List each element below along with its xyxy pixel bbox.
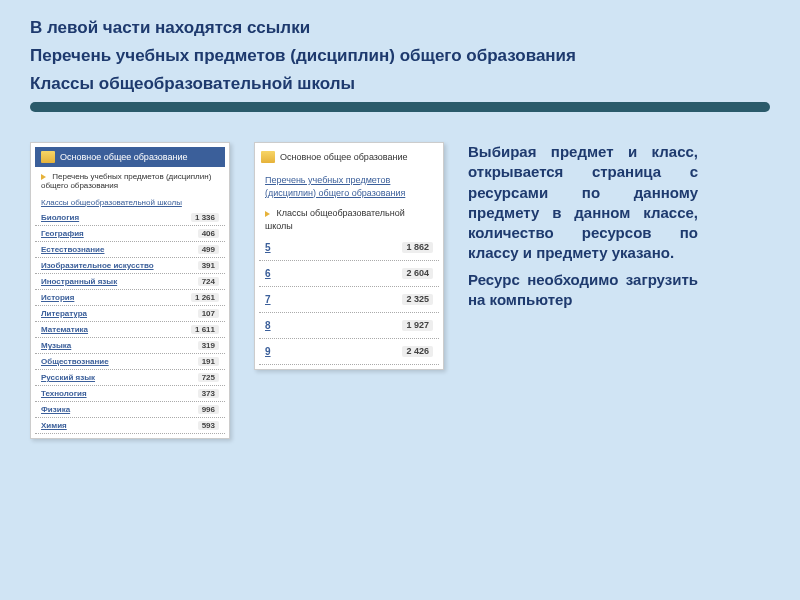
panel-sub-2[interactable]: Классы общеобразовательной школы [35, 193, 225, 210]
class-count: 2 325 [402, 294, 433, 305]
panel-header: Основное общее образование [35, 147, 225, 167]
subject-count: 107 [198, 309, 219, 318]
subject-name: Музыка [41, 341, 71, 350]
content-row: Основное общее образование Перечень учеб… [30, 142, 770, 439]
heading-line-2: Перечень учебных предметов (дисциплин) о… [30, 46, 770, 66]
subject-count: 1 611 [191, 325, 219, 334]
heading-line-1: В левой части находятся ссылки [30, 18, 770, 38]
subject-name: Иностранный язык [41, 277, 117, 286]
panel-title: Основное общее образование [280, 152, 408, 162]
subject-row[interactable]: История1 261 [35, 290, 225, 306]
class-row[interactable]: 92 426 [259, 339, 439, 365]
classes-panel: Основное общее образование Перечень учеб… [254, 142, 444, 370]
subject-row[interactable]: Математика1 611 [35, 322, 225, 338]
panel-title: Основное общее образование [60, 152, 188, 162]
class-count: 2 426 [402, 346, 433, 357]
subject-count: 499 [198, 245, 219, 254]
subject-row[interactable]: Технология373 [35, 386, 225, 402]
subject-row[interactable]: Изобразительное искусство391 [35, 258, 225, 274]
subject-count: 406 [198, 229, 219, 238]
subjects-panel: Основное общее образование Перечень учеб… [30, 142, 230, 439]
subject-count: 724 [198, 277, 219, 286]
class-name: 9 [265, 346, 271, 357]
subject-name: Изобразительное искусство [41, 261, 154, 270]
sub-link-1: Перечень учебных предметов (дисциплин) о… [265, 175, 405, 198]
subject-row[interactable]: Иностранный язык724 [35, 274, 225, 290]
subject-row[interactable]: Литература107 [35, 306, 225, 322]
subject-count: 593 [198, 421, 219, 430]
subject-count: 996 [198, 405, 219, 414]
sub-link-1: Перечень учебных предметов (дисциплин) о… [41, 172, 211, 190]
subject-name: Физика [41, 405, 70, 414]
subject-name: История [41, 293, 74, 302]
class-name: 5 [265, 242, 271, 253]
subject-name: Обществознание [41, 357, 109, 366]
panel-sub-1[interactable]: Перечень учебных предметов (дисциплин) о… [259, 169, 439, 202]
class-count: 1 927 [402, 320, 433, 331]
panel-sub-2[interactable]: Классы общеобразовательной школы [259, 202, 439, 235]
subject-name: Математика [41, 325, 88, 334]
subject-count: 1 261 [191, 293, 219, 302]
subject-count: 391 [198, 261, 219, 270]
sub-link-2: Классы общеобразовательной школы [41, 198, 182, 207]
subject-row[interactable]: Обществознание191 [35, 354, 225, 370]
subject-name: Биология [41, 213, 79, 222]
folder-icon [261, 151, 275, 163]
subject-row[interactable]: География406 [35, 226, 225, 242]
subjects-list: Биология1 336География406Естествознание4… [35, 210, 225, 434]
arrow-icon [41, 174, 46, 180]
subject-count: 319 [198, 341, 219, 350]
classes-list: 51 86262 60472 32581 92792 426 [259, 235, 439, 365]
subject-count: 725 [198, 373, 219, 382]
class-row[interactable]: 51 862 [259, 235, 439, 261]
class-row[interactable]: 62 604 [259, 261, 439, 287]
class-row[interactable]: 72 325 [259, 287, 439, 313]
subject-row[interactable]: Музыка319 [35, 338, 225, 354]
class-name: 6 [265, 268, 271, 279]
sub-link-2: Классы общеобразовательной школы [265, 208, 405, 231]
heading-line-3: Классы общеобразовательной школы [30, 74, 770, 94]
description-p2: Ресурс необходимо загрузить на компьютер [468, 270, 698, 311]
subject-row[interactable]: Биология1 336 [35, 210, 225, 226]
class-name: 8 [265, 320, 271, 331]
subject-count: 373 [198, 389, 219, 398]
subject-name: Технология [41, 389, 87, 398]
divider-bar [30, 102, 770, 112]
panel-header-right: Основное общее образование [259, 147, 439, 169]
class-count: 2 604 [402, 268, 433, 279]
subject-count: 1 336 [191, 213, 219, 222]
folder-icon [41, 151, 55, 163]
subject-count: 191 [198, 357, 219, 366]
arrow-icon [265, 211, 270, 217]
subject-name: География [41, 229, 84, 238]
class-row[interactable]: 81 927 [259, 313, 439, 339]
description-p1: Выбирая предмет и класс, открывается стр… [468, 142, 698, 264]
class-count: 1 862 [402, 242, 433, 253]
panel-sub-1[interactable]: Перечень учебных предметов (дисциплин) о… [35, 167, 225, 193]
subject-row[interactable]: Русский язык725 [35, 370, 225, 386]
description-text: Выбирая предмет и класс, открывается стр… [468, 142, 698, 316]
subject-name: Естествознание [41, 245, 104, 254]
subject-row[interactable]: Естествознание499 [35, 242, 225, 258]
subject-name: Русский язык [41, 373, 95, 382]
class-name: 7 [265, 294, 271, 305]
subject-name: Литература [41, 309, 87, 318]
subject-row[interactable]: Химия593 [35, 418, 225, 434]
subject-name: Химия [41, 421, 67, 430]
subject-row[interactable]: Физика996 [35, 402, 225, 418]
